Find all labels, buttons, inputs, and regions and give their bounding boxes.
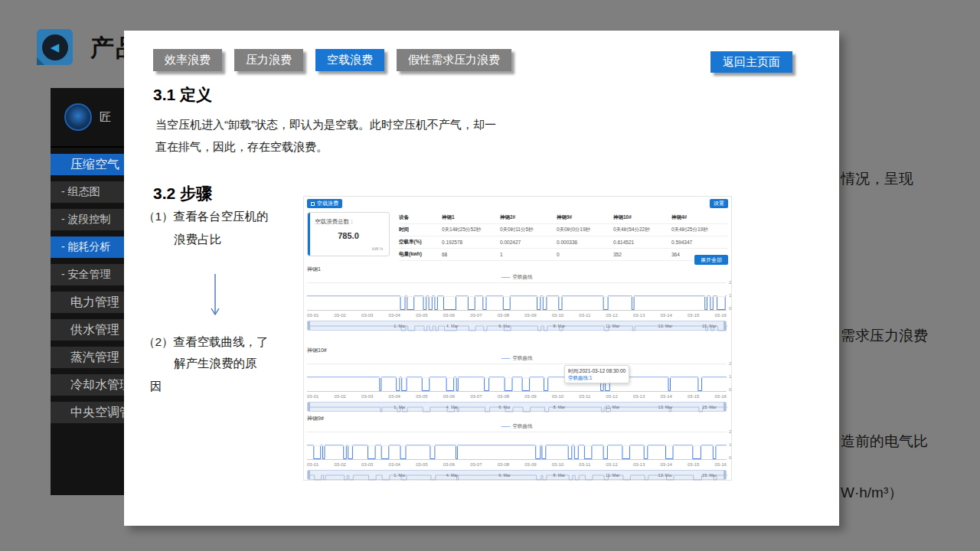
settings-button[interactable]: 设置 bbox=[710, 199, 728, 208]
x-axis-tick: 03-14 bbox=[660, 394, 671, 399]
sidebar-item[interactable]: 压缩空气 bbox=[51, 154, 125, 175]
y-axis-tick: 0 bbox=[729, 306, 731, 311]
x-axis-tick: 03-06 bbox=[443, 462, 455, 467]
x-axis-tick: 03-13 bbox=[633, 394, 645, 399]
line-chart: 神钢9#—— 空载曲线21003-0103-0203-0303-0403-050… bbox=[307, 415, 730, 482]
return-home-button[interactable]: 返回主页面 bbox=[710, 51, 792, 73]
gridline bbox=[307, 296, 727, 297]
sidebar-item[interactable]: 电力管理 bbox=[51, 292, 125, 313]
chart-legend[interactable]: —— 空载曲线 bbox=[307, 274, 727, 281]
detail-modal: 效率浪费压力浪费空载浪费假性需求压力浪费 返回主页面 3.1 定义 当空压机进入… bbox=[124, 31, 839, 526]
x-axis-tick: 03-10 bbox=[552, 462, 564, 467]
chart-legend[interactable]: —— 空载曲线 bbox=[307, 355, 727, 362]
table-cell: 0.002427 bbox=[500, 236, 557, 249]
logo-icon bbox=[64, 103, 92, 131]
datazoom-date-label: 6. Mar bbox=[498, 324, 511, 328]
background-text-fragment: 需求压力浪费 bbox=[841, 326, 928, 346]
x-axis-tick: 03-12 bbox=[606, 313, 617, 318]
panel-icon bbox=[311, 202, 315, 206]
expand-all-button[interactable]: 展开全部 bbox=[694, 255, 728, 265]
summary-label: 空载浪费总数： bbox=[315, 218, 355, 226]
x-axis-tick: 03-04 bbox=[389, 394, 400, 399]
x-axis-tick: 03-03 bbox=[361, 394, 373, 399]
x-axis-ticks: 03-0103-0203-0303-0403-0503-0603-0703-08… bbox=[307, 313, 727, 318]
chart-plot-area: 210 bbox=[307, 282, 727, 311]
datazoom-date-label: 8. Mar bbox=[554, 405, 566, 409]
sidebar-item[interactable]: 蒸汽管理 bbox=[51, 347, 125, 368]
sidebar-item[interactable]: - 波段控制 bbox=[51, 209, 125, 230]
y-axis-tick: 1 bbox=[729, 374, 731, 379]
device-table: 设备神钢1神钢2#神钢9#神钢10#神钢4#时间0天14时25分52秒0天0时1… bbox=[399, 212, 728, 261]
background-text-fragment: 造前的电气比 bbox=[841, 432, 928, 452]
datazoom-date-label: 4. Mar bbox=[446, 324, 459, 328]
legend-label: 空载曲线 bbox=[511, 274, 533, 279]
slide-stage: ◀ 产品 匠 压缩空气- 组态图- 波段控制- 能耗分析- 安全管理电力管理供水… bbox=[0, 0, 980, 551]
gridline bbox=[307, 432, 727, 432]
x-axis-tick: 03-03 bbox=[361, 462, 373, 467]
tab[interactable]: 假性需求压力浪费 bbox=[397, 49, 511, 71]
x-axis-tick: 03-10 bbox=[552, 313, 564, 318]
x-axis-tick: 03-14 bbox=[660, 313, 671, 318]
datazoom-slider[interactable]: 1. Mar4. Mar6. Mar8. Mar11. Mar13. Mar15… bbox=[307, 470, 727, 480]
tooltip-value: 空载曲线:1 bbox=[568, 374, 626, 381]
chart-title: 神钢10# bbox=[307, 347, 327, 354]
gridline bbox=[307, 377, 727, 378]
x-axis-tick: 03-01 bbox=[307, 313, 318, 318]
tab[interactable]: 效率浪费 bbox=[153, 49, 222, 71]
logo-text: 匠 bbox=[100, 110, 111, 125]
chart-legend[interactable]: —— 空载曲线 bbox=[307, 423, 727, 430]
line-chart: 神钢10#—— 空载曲线21003-0103-0203-0303-0403-05… bbox=[307, 347, 730, 414]
gridline bbox=[307, 282, 727, 283]
sidebar-item[interactable]: - 能耗分析 bbox=[51, 236, 125, 258]
legend-label: 空载曲线 bbox=[511, 355, 533, 360]
gridline bbox=[307, 445, 727, 446]
chart-plot-area: 210 bbox=[307, 364, 727, 392]
y-axis-tick: 1 bbox=[729, 442, 731, 447]
table-cell: 0.192578 bbox=[442, 236, 500, 249]
sidebar-item[interactable]: - 安全管理 bbox=[51, 264, 125, 285]
sidebar-item[interactable]: 供水管理 bbox=[51, 319, 125, 341]
datazoom-date-label: 11. Mar bbox=[606, 324, 619, 328]
x-axis-tick: 03-16 bbox=[715, 394, 727, 399]
datazoom-date-label: 8. Mar bbox=[554, 473, 566, 478]
table-row-label: 时间 bbox=[399, 224, 442, 236]
datazoom-date-label: 1. Mar bbox=[394, 405, 406, 409]
sidebar-item[interactable]: - 组态图 bbox=[51, 181, 125, 203]
table-cell: 352 bbox=[613, 249, 671, 261]
table-header-cell: 神钢10# bbox=[613, 212, 671, 224]
y-axis-tick: 1 bbox=[729, 293, 731, 298]
summary-value: 785.0 bbox=[308, 231, 389, 240]
background-text-fragment: 情况，呈现 bbox=[841, 169, 913, 189]
datazoom-slider[interactable]: 1. Mar4. Mar6. Mar8. Mar11. Mar13. Mar15… bbox=[307, 321, 727, 331]
datazoom-date-label: 15. Mar bbox=[702, 405, 717, 409]
tab[interactable]: 压力浪费 bbox=[234, 49, 303, 71]
tab[interactable]: 空载浪费 bbox=[315, 49, 384, 71]
x-axis-tick: 03-03 bbox=[361, 313, 373, 318]
x-axis-tick: 03-02 bbox=[335, 462, 346, 467]
x-axis-tick: 03-04 bbox=[389, 462, 400, 467]
legend-line-icon: —— bbox=[501, 274, 510, 279]
dashboard-title-badge[interactable]: 空载浪费 bbox=[307, 199, 342, 208]
x-axis-tick: 03-11 bbox=[579, 462, 590, 467]
datazoom-date-label: 6. Mar bbox=[498, 405, 511, 409]
x-axis-tick: 03-01 bbox=[307, 462, 318, 467]
step-2-text-line3: 因 bbox=[150, 379, 162, 395]
x-axis-tick: 03-09 bbox=[524, 394, 536, 399]
table-cell: 68 bbox=[442, 249, 500, 261]
x-axis-tick: 03-05 bbox=[416, 313, 427, 318]
datazoom-date-label: 8. Mar bbox=[554, 324, 566, 328]
datazoom-date-label: 1. Mar bbox=[394, 324, 406, 328]
x-axis-tick: 03-06 bbox=[443, 313, 455, 318]
summary-unit: kW·h bbox=[372, 246, 383, 251]
table-header-cell: 神钢9# bbox=[557, 212, 613, 224]
table-header-cell: 神钢2# bbox=[500, 212, 557, 224]
x-axis-tick: 03-09 bbox=[524, 462, 536, 467]
datazoom-date-label: 13. Mar bbox=[658, 473, 673, 478]
datazoom-slider[interactable]: 1. Mar4. Mar6. Mar8. Mar11. Mar13. Mar15… bbox=[307, 402, 727, 412]
table-cell: 0.614521 bbox=[613, 236, 671, 249]
back-button[interactable]: ◀ bbox=[37, 29, 73, 65]
x-axis-tick: 03-07 bbox=[470, 313, 482, 318]
sidebar-item[interactable]: 中央空调管 bbox=[51, 402, 125, 423]
tab-bar: 效率浪费压力浪费空载浪费假性需求压力浪费 bbox=[153, 49, 511, 71]
sidebar-item[interactable]: 冷却水管理 bbox=[51, 374, 125, 396]
